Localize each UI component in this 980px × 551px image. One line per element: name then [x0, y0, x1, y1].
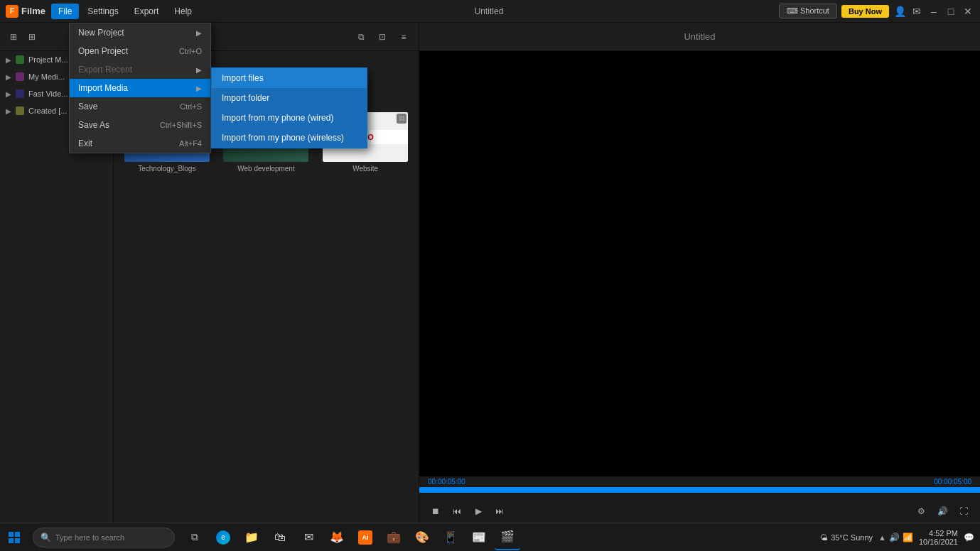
app1-icon: 💼: [387, 530, 401, 544]
preview-title: Untitled: [684, 31, 715, 42]
preview-time-right: 00:00:05:00: [934, 478, 971, 486]
notification-icon[interactable]: 💬: [964, 533, 974, 542]
import-submenu: Import files Import folder Import from m…: [211, 67, 367, 148]
taskbar-search-box[interactable]: 🔍 Type here to search: [33, 528, 175, 547]
close-button[interactable]: ✕: [962, 5, 974, 18]
fm-save-label: Save: [78, 102, 97, 111]
taskbar-app-app3[interactable]: 📱: [438, 525, 463, 550]
fm-save[interactable]: Save Ctrl+S: [70, 97, 210, 116]
taskbar-app-task-view[interactable]: ⧉: [182, 525, 208, 550]
menu-help[interactable]: Help: [167, 4, 199, 19]
taskbar-app-firefox[interactable]: 🦊: [324, 525, 350, 550]
play-button[interactable]: ▶: [470, 503, 486, 519]
firefox-icon: 🦊: [330, 530, 344, 544]
import-phone-wired-item[interactable]: Import from my phone (wired): [212, 108, 367, 128]
chevron-right-icon: ▶: [6, 56, 11, 64]
edge-icon: e: [216, 530, 230, 545]
windows-logo-icon: [9, 532, 20, 543]
menu-export[interactable]: Export: [127, 4, 166, 19]
prev-button[interactable]: ⏮: [449, 503, 465, 519]
taskbar-app-explorer[interactable]: 📁: [239, 525, 264, 550]
user-icon[interactable]: 👤: [893, 5, 906, 18]
taskbar-app-store[interactable]: 🛍: [267, 525, 293, 550]
fm-save-as[interactable]: Save As Ctrl+Shift+S: [70, 116, 210, 134]
import-folder-label: Import folder: [222, 93, 269, 103]
fm-new-project-label: New Project: [78, 28, 124, 38]
taskbar-app-app1[interactable]: 💼: [381, 525, 406, 550]
media-split-icon[interactable]: ⊡: [375, 29, 390, 45]
taskbar-app-app4[interactable]: 📰: [466, 525, 492, 550]
sidebar-item-created-label: Created [...: [28, 107, 67, 115]
taskbar-right: 🌤 35°C Sunny ▲ 🔊 📶 4:52 PM 10/16/2021 💬: [820, 529, 980, 546]
explorer-icon: 📁: [244, 530, 259, 544]
media-thumb-seo-label: Website: [352, 165, 378, 173]
import-folder-item[interactable]: Import folder: [212, 88, 367, 108]
titlebar-right: ⌨ Shortcut Buy Now 👤 ✉ – □ ✕: [779, 4, 974, 18]
taskbar-app-filme[interactable]: 🎬: [495, 525, 520, 550]
app-logo-icon: F: [6, 5, 18, 18]
app2-icon: 🎨: [415, 530, 429, 544]
mail-icon[interactable]: ✉: [910, 5, 923, 18]
taskbar-app-ai[interactable]: Ai: [352, 525, 378, 550]
fm-exit[interactable]: Exit Alt+F4: [70, 134, 210, 153]
speaker-icon[interactable]: 🔊: [889, 533, 900, 542]
fm-export-recent-label: Export Recent: [78, 65, 132, 75]
menu-file[interactable]: File: [51, 4, 79, 19]
taskbar-app-edge[interactable]: e: [210, 525, 236, 550]
buynow-button[interactable]: Buy Now: [841, 5, 889, 18]
preview-timebar: 00:00:05:00 00:00:05:00: [419, 476, 980, 487]
svg-rect-3: [15, 538, 20, 543]
fullscreen-icon[interactable]: ⛶: [956, 503, 971, 519]
fm-save-as-shortcut: Ctrl+Shift+S: [160, 121, 202, 129]
next-button[interactable]: ⏭: [492, 503, 507, 519]
import-files-item[interactable]: Import files: [212, 68, 367, 88]
fm-open-project[interactable]: Open Project Ctrl+O: [70, 42, 210, 60]
taskbar-systray: ▲ 🔊 📶: [878, 533, 913, 542]
maximize-button[interactable]: □: [944, 5, 957, 18]
window-title: Untitled: [199, 6, 779, 16]
stop-button[interactable]: ⏹: [428, 503, 443, 519]
fm-exit-shortcut: Alt+F4: [179, 139, 202, 148]
chevron-right-icon3: ▶: [6, 90, 11, 98]
preview-header: Untitled: [419, 23, 980, 51]
media-thumb-tech-label: Technology_Blogs: [138, 165, 195, 173]
volume-icon[interactable]: 🔊: [935, 503, 950, 519]
chevron-right-icon2: ▶: [6, 73, 11, 81]
fm-new-project[interactable]: New Project ▶: [70, 23, 210, 42]
taskbar-app-mail[interactable]: ✉: [296, 525, 321, 550]
app-logo: F Filme: [6, 5, 45, 18]
media-layers-icon[interactable]: ⧉: [353, 29, 369, 45]
fm-import-media[interactable]: Import Media ▶: [70, 79, 210, 97]
weather-text: 35°C Sunny: [831, 533, 873, 542]
mail-taskbar-icon: ✉: [304, 530, 313, 544]
app3-icon: 📱: [443, 530, 458, 544]
left-panel-icon2[interactable]: ⊞: [24, 29, 40, 45]
preview-progress-bar[interactable]: [419, 487, 980, 493]
up-arrow-icon[interactable]: ▲: [878, 533, 886, 542]
taskbar-clock[interactable]: 4:52 PM 10/16/2021: [919, 529, 958, 546]
titlebar-left: F Filme File Settings Export Help: [6, 4, 199, 19]
search-icon: 🔍: [41, 533, 51, 542]
fm-export-recent: Export Recent ▶: [70, 60, 210, 79]
created-icon: [16, 107, 24, 115]
fm-exit-label: Exit: [78, 138, 92, 148]
menubar: File Settings Export Help: [51, 4, 199, 19]
search-placeholder: Type here to search: [55, 533, 124, 542]
svg-rect-1: [15, 532, 20, 537]
menu-settings[interactable]: Settings: [80, 4, 125, 19]
import-phone-wireless-item[interactable]: Import from my phone (wireless): [212, 128, 367, 148]
mymedia-icon: [16, 72, 24, 81]
minimize-button[interactable]: –: [927, 5, 940, 18]
chevron-right-icon4: ▶: [6, 107, 11, 115]
ai-icon: Ai: [358, 530, 372, 545]
shortcut-button[interactable]: ⌨ Shortcut: [779, 4, 837, 18]
start-button[interactable]: [0, 523, 28, 552]
preview-panel: Untitled 00:00:05:00 00:00:05:00 ⏹ ⏮ ▶ ⏭…: [419, 23, 980, 528]
app4-icon: 📰: [472, 530, 486, 544]
settings-icon[interactable]: ⚙: [913, 503, 929, 519]
media-list-icon[interactable]: ≡: [396, 29, 411, 45]
media-grid: Technology Blo... 🖼 Technology_Blogs via…: [114, 105, 419, 528]
network-icon[interactable]: 📶: [903, 533, 913, 542]
taskbar-app-app2[interactable]: 🎨: [409, 525, 435, 550]
left-panel-icon1[interactable]: ⊞: [6, 29, 21, 45]
